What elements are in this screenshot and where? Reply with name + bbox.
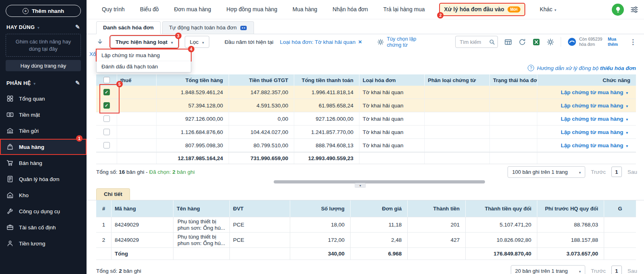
chevron-down-icon — [579, 268, 581, 274]
section-modules: PHÂN HỆ — [0, 76, 87, 89]
current-page[interactable]: 1 — [611, 167, 622, 177]
detail-row[interactable]: 1 84249029 Phụ tùng thiết bị phun sơn: Ố… — [96, 217, 636, 233]
sidebar-item-tien-mat[interactable]: Tiền mặt — [0, 107, 87, 123]
period-selector[interactable]: Đầu năm tới hiện tại — [225, 39, 273, 45]
help-link[interactable]: ? Hướng dẫn xử lý đồng bộ thiếu hóa đơn — [528, 65, 636, 71]
tab-danh-sach-hoa-don[interactable]: Danh sách hóa đơn — [96, 21, 161, 34]
sidebar-item-kho[interactable]: Kho — [0, 187, 87, 203]
menu-item-lap-chung-tu-mua-hang[interactable]: Lập chứng từ mua hàng 4 — [97, 49, 191, 61]
table-columns-icon[interactable] — [504, 38, 512, 46]
page-size-select[interactable]: 100 bản ghi trên 1 trang — [508, 166, 585, 178]
sidebar-item-ban-hang[interactable]: Bán hàng — [0, 155, 87, 171]
filter-button[interactable]: Lọc — [185, 36, 209, 48]
robot-icon — [240, 25, 247, 31]
chevron-down-icon[interactable] — [37, 24, 39, 30]
divider — [561, 37, 561, 47]
chevron-down-icon — [579, 169, 581, 175]
nav-tab-khac[interactable]: Khác — [540, 6, 556, 12]
assistant-icon[interactable] — [612, 4, 624, 16]
quick-add-button[interactable]: Thêm nhanh — [6, 5, 81, 17]
row-checkbox[interactable] — [103, 129, 110, 135]
nav-tab-don-mua-hang[interactable]: Đơn mua hàng — [174, 6, 211, 12]
gear-icon — [377, 39, 384, 45]
chevron-down-icon — [626, 142, 628, 148]
horizontal-scrollbar[interactable] — [274, 180, 485, 183]
nav-tab-bieu-do[interactable]: Biểu đồ — [140, 6, 159, 12]
invoice-row[interactable]: 1.126.684.876,60 104.424.027,00 1.241.85… — [96, 126, 636, 139]
row-checkbox[interactable] — [103, 102, 110, 109]
select-all-checkbox[interactable] — [103, 77, 110, 83]
row-checkbox[interactable] — [103, 142, 110, 148]
pin-page-button[interactable]: Hay dùng trang này — [6, 60, 81, 71]
prev-page-button[interactable]: Trước — [591, 268, 606, 274]
collapse-detail-button[interactable] — [355, 183, 366, 188]
more-options-icon[interactable] — [629, 38, 637, 46]
row-action-link[interactable]: Lập chứng từ mua hàng — [537, 86, 636, 99]
row-action-link[interactable]: Lập chứng từ mua hàng — [537, 99, 636, 112]
settings-sliders-icon[interactable] — [630, 6, 638, 13]
payroll-icon — [6, 240, 14, 247]
row-action-link[interactable]: Lập chứng từ mua hàng — [537, 112, 636, 125]
settings-gear-icon[interactable] — [547, 38, 554, 46]
detail-table: # Mã hàng Tên hàng ĐVT Số lượng Đơn giá … — [96, 200, 636, 260]
export-excel-icon[interactable] — [533, 38, 540, 46]
menu-item-danh-dau-da-hach-toan[interactable]: Đánh dấu đã hạch toán — [97, 61, 191, 72]
nav-tab-nhan-hoa-don[interactable]: Nhận hóa đơn — [332, 6, 368, 12]
edit-icon[interactable] — [75, 80, 80, 86]
buy-more-link[interactable]: Mua thêm — [608, 37, 622, 47]
document-options-link[interactable]: Tùy chọn lập chứng từ — [377, 36, 425, 48]
row-action-link[interactable]: Lập chứng từ mua hàng — [537, 126, 636, 138]
bulk-action-button[interactable]: Thực hiện hàng loạt 3 — [110, 36, 178, 48]
quick-add-label: Thêm nhanh — [32, 8, 64, 14]
row-action-link[interactable]: Lập chứng từ mua hàng — [537, 139, 636, 152]
warehouse-icon — [6, 192, 14, 199]
overview-icon — [6, 95, 14, 102]
sidebar-item-tai-san-co-dinh[interactable]: Tài sản cố định — [0, 219, 87, 235]
top-navigation: Quy trình Biểu đồ Đơn mua hàng Hợp đồng … — [87, 0, 644, 19]
nav-tab-hop-dong-mua-hang[interactable]: Hợp đồng mua hàng — [226, 6, 277, 12]
sidebar-item-tong-quan[interactable]: Tổng quan — [0, 91, 87, 107]
row-checkbox[interactable] — [103, 115, 110, 122]
detail-row[interactable]: 2 84249029 Phụ tùng thiết bị phun sơn: Ố… — [96, 233, 636, 248]
top-right-icons — [612, 4, 638, 16]
chevron-down-icon — [171, 39, 173, 45]
next-page-button[interactable]: Sau — [627, 169, 637, 175]
sidebar-item-mua-hang[interactable]: Mua hàng 1 — [0, 139, 87, 155]
sidebar-item-tien-gui[interactable]: Tiền gửi — [0, 123, 87, 139]
annotation-step-2: 2 — [437, 12, 444, 19]
invoice-document-icon — [6, 175, 14, 183]
sidebar-item-quan-ly-hoa-don[interactable]: Quản lý hóa đơn — [0, 171, 87, 187]
remove-filter-icon[interactable] — [358, 39, 362, 45]
invoice-type-filter-chip[interactable]: Loại hóa đơn: Tờ khai hải quan — [280, 39, 362, 45]
nav-tab-mua-hang[interactable]: Mua hàng — [293, 6, 317, 12]
nav-tab-tra-lai-hang-mua[interactable]: Trả lại hàng mua — [383, 6, 425, 12]
current-page[interactable]: 1 — [611, 266, 622, 274]
edit-icon[interactable] — [75, 24, 80, 30]
next-page-button[interactable]: Sau — [627, 268, 637, 274]
sidebar-item-tien-luong[interactable]: Tiền lương — [0, 235, 87, 251]
tab-tu-dong-hach-toan[interactable]: Tự động hạch toán hóa đơn — [162, 21, 254, 34]
nav-tab-xu-ly-hoa-don-dau-vao[interactable]: Xử lý hóa đơn đầu vào Mới 2 — [440, 4, 524, 15]
sidebar-item-cong-cu-dung-cu[interactable]: Công cụ dụng cụ — [0, 203, 87, 219]
nav-tab-quy-trinh[interactable]: Quy trình — [102, 6, 125, 12]
detail-table-footer: Tổng số: 2 bản ghi 20 bản ghi trên 1 tra… — [87, 263, 644, 274]
invoice-row[interactable]: 57.394.128,00 4.591.530,00 61.985.658,24… — [96, 99, 636, 112]
partial-action-link[interactable]: Xổ — [89, 51, 96, 57]
invoice-row[interactable]: 927.126.000,00 0,00 927.126.000,00 Tờ kh… — [96, 112, 636, 126]
tab-chi-tiet[interactable]: Chi tiết — [96, 188, 130, 200]
records-summary: Tổng số: 16 bản ghi - Đã chọn: 2 bản ghi — [96, 169, 195, 175]
download-icon[interactable] — [96, 38, 104, 46]
row-checkbox[interactable] — [103, 89, 110, 95]
purchase-bag-icon — [6, 143, 14, 150]
invoice-row[interactable]: 1.848.529.461,24 147.882.357,00 1.996.41… — [96, 86, 636, 99]
chevron-down-icon — [626, 103, 628, 109]
chevron-down-icon[interactable] — [34, 80, 36, 86]
invoice-table: thuế Tổng tiền hàng Tiền thuế GTGT Tổng … — [96, 74, 636, 164]
page-size-select[interactable]: 20 bản ghi trên 1 trang — [511, 265, 585, 274]
refresh-icon[interactable] — [518, 38, 526, 46]
invoice-quota[interactable]: Còn 695239 hóa đơn Mua thêm — [568, 37, 622, 47]
prev-page-button[interactable]: Trước — [591, 169, 606, 175]
invoice-row[interactable]: 807.995.098,30 80.799.510,00 888.794.608… — [96, 139, 636, 152]
detail-tabs: Chi tiết — [87, 188, 644, 200]
invoice-table-footer: Tổng số: 16 bản ghi - Đã chọn: 2 bản ghi… — [87, 164, 644, 179]
